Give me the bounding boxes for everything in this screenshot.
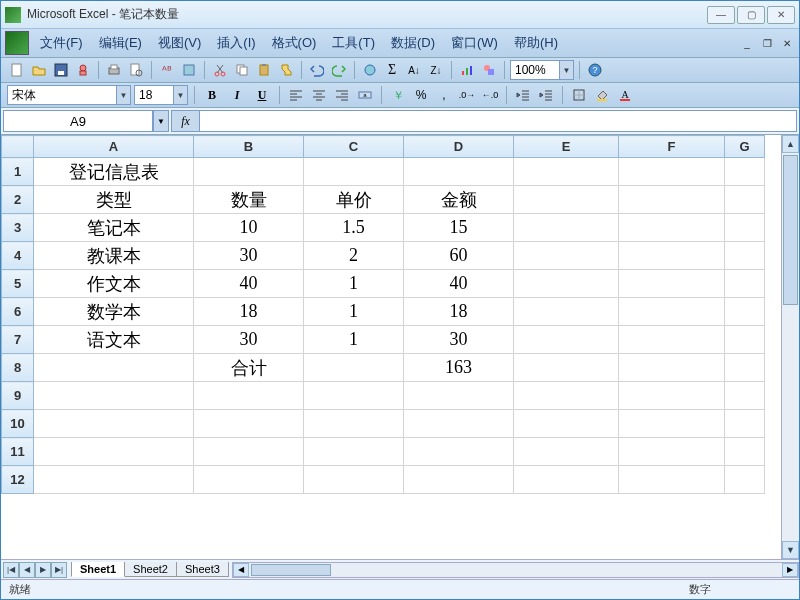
vertical-scrollbar[interactable]: ▲ ▼ xyxy=(781,135,799,559)
cell-C2[interactable]: 单价 xyxy=(304,186,404,214)
cell-C11[interactable] xyxy=(304,438,404,466)
titlebar[interactable]: Microsoft Excel - 笔记本数量 — ▢ ✕ xyxy=(1,1,799,29)
cell-D8[interactable]: 163 xyxy=(404,354,514,382)
app-icon[interactable] xyxy=(5,31,29,55)
scroll-down-button[interactable]: ▼ xyxy=(782,541,799,559)
cell-B10[interactable] xyxy=(194,410,304,438)
copy-icon[interactable] xyxy=(232,60,252,80)
cell-B12[interactable] xyxy=(194,466,304,494)
mdi-minimize-button[interactable]: _ xyxy=(739,36,755,50)
open-icon[interactable] xyxy=(29,60,49,80)
decrease-indent-icon[interactable] xyxy=(513,85,533,105)
row-header-7[interactable]: 7 xyxy=(2,326,34,354)
cell-A9[interactable] xyxy=(34,382,194,410)
col-header-C[interactable]: C xyxy=(304,136,404,158)
cell-B6[interactable]: 18 xyxy=(194,298,304,326)
row-header-10[interactable]: 10 xyxy=(2,410,34,438)
spreadsheet-grid[interactable]: ABCDEFG1登记信息表2类型数量单价金额3笔记本101.5154教课本302… xyxy=(1,135,781,559)
sheet-tab-3[interactable]: Sheet3 xyxy=(176,562,229,577)
row-header-5[interactable]: 5 xyxy=(2,270,34,298)
cell-G1[interactable] xyxy=(725,158,765,186)
row-header-11[interactable]: 11 xyxy=(2,438,34,466)
cell-F10[interactable] xyxy=(619,410,725,438)
permission-icon[interactable] xyxy=(73,60,93,80)
fill-color-icon[interactable] xyxy=(592,85,612,105)
align-right-icon[interactable] xyxy=(332,85,352,105)
borders-icon[interactable] xyxy=(569,85,589,105)
menu-tools[interactable]: 工具(T) xyxy=(325,31,382,55)
cell-D2[interactable]: 金额 xyxy=(404,186,514,214)
cell-G2[interactable] xyxy=(725,186,765,214)
cell-C5[interactable]: 1 xyxy=(304,270,404,298)
hyperlink-icon[interactable] xyxy=(360,60,380,80)
cell-E7[interactable] xyxy=(514,326,619,354)
sheet-nav-last[interactable]: ▶| xyxy=(51,562,67,578)
cut-icon[interactable] xyxy=(210,60,230,80)
align-center-icon[interactable] xyxy=(309,85,329,105)
cell-C10[interactable] xyxy=(304,410,404,438)
undo-icon[interactable] xyxy=(307,60,327,80)
cell-E9[interactable] xyxy=(514,382,619,410)
cell-B5[interactable]: 40 xyxy=(194,270,304,298)
cell-G10[interactable] xyxy=(725,410,765,438)
cell-F4[interactable] xyxy=(619,242,725,270)
menu-view[interactable]: 视图(V) xyxy=(151,31,208,55)
row-header-12[interactable]: 12 xyxy=(2,466,34,494)
cell-B11[interactable] xyxy=(194,438,304,466)
print-preview-icon[interactable] xyxy=(126,60,146,80)
cell-D9[interactable] xyxy=(404,382,514,410)
menu-insert[interactable]: 插入(I) xyxy=(210,31,262,55)
horizontal-scrollbar[interactable]: ◀ ▶ xyxy=(232,562,799,578)
chart-icon[interactable] xyxy=(457,60,477,80)
cell-G8[interactable] xyxy=(725,354,765,382)
save-icon[interactable] xyxy=(51,60,71,80)
cell-A8[interactable] xyxy=(34,354,194,382)
row-header-3[interactable]: 3 xyxy=(2,214,34,242)
decrease-decimal-icon[interactable]: ←.0 xyxy=(480,85,500,105)
cell-G7[interactable] xyxy=(725,326,765,354)
cell-B8[interactable]: 合计 xyxy=(194,354,304,382)
bold-button[interactable]: B xyxy=(201,85,223,105)
font-color-icon[interactable]: A xyxy=(615,85,635,105)
col-header-D[interactable]: D xyxy=(404,136,514,158)
italic-button[interactable]: I xyxy=(226,85,248,105)
formula-input[interactable] xyxy=(200,111,796,131)
sheet-tab-2[interactable]: Sheet2 xyxy=(124,562,177,577)
redo-icon[interactable] xyxy=(329,60,349,80)
menu-help[interactable]: 帮助(H) xyxy=(507,31,565,55)
cell-G9[interactable] xyxy=(725,382,765,410)
cell-G3[interactable] xyxy=(725,214,765,242)
cell-A4[interactable]: 教课本 xyxy=(34,242,194,270)
minimize-button[interactable]: — xyxy=(707,6,735,24)
name-box[interactable]: A9 xyxy=(3,110,153,132)
hscroll-thumb[interactable] xyxy=(251,564,331,576)
comma-icon[interactable]: , xyxy=(434,85,454,105)
row-header-4[interactable]: 4 xyxy=(2,242,34,270)
autosum-icon[interactable]: Σ xyxy=(382,60,402,80)
mdi-close-button[interactable]: ✕ xyxy=(779,36,795,50)
cell-D7[interactable]: 30 xyxy=(404,326,514,354)
cell-E8[interactable] xyxy=(514,354,619,382)
cell-C6[interactable]: 1 xyxy=(304,298,404,326)
cell-E12[interactable] xyxy=(514,466,619,494)
scroll-right-button[interactable]: ▶ xyxy=(782,563,798,577)
currency-icon[interactable]: ￥ xyxy=(388,85,408,105)
cell-F9[interactable] xyxy=(619,382,725,410)
cell-B2[interactable]: 数量 xyxy=(194,186,304,214)
cell-D6[interactable]: 18 xyxy=(404,298,514,326)
cell-E2[interactable] xyxy=(514,186,619,214)
scroll-thumb[interactable] xyxy=(783,155,798,305)
cell-F11[interactable] xyxy=(619,438,725,466)
col-header-E[interactable]: E xyxy=(514,136,619,158)
fx-icon[interactable]: fx xyxy=(172,111,200,131)
cell-D4[interactable]: 60 xyxy=(404,242,514,270)
cell-D10[interactable] xyxy=(404,410,514,438)
name-box-dropdown[interactable]: ▼ xyxy=(153,110,169,132)
row-header-9[interactable]: 9 xyxy=(2,382,34,410)
cell-C7[interactable]: 1 xyxy=(304,326,404,354)
col-header-B[interactable]: B xyxy=(194,136,304,158)
cell-A10[interactable] xyxy=(34,410,194,438)
menu-data[interactable]: 数据(D) xyxy=(384,31,442,55)
cell-B9[interactable] xyxy=(194,382,304,410)
cell-C1[interactable] xyxy=(304,158,404,186)
